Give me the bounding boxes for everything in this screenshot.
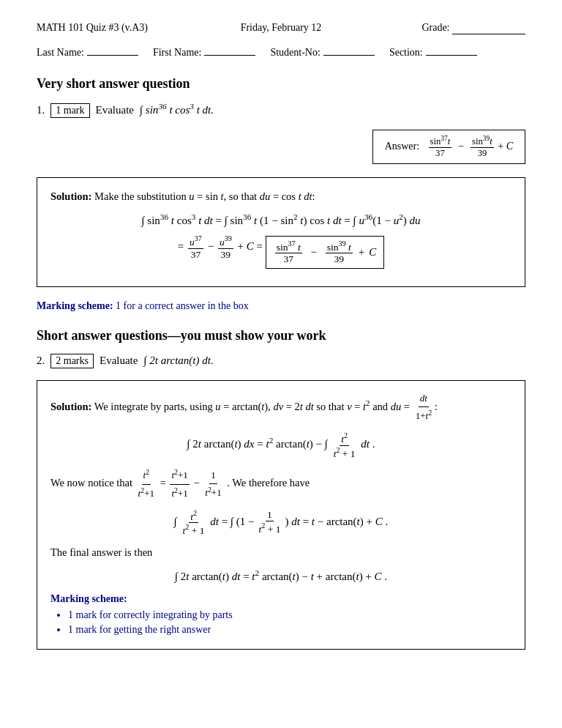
solution-2-eq3: ∫ 2t arctan(t) dt = t2 arctan(t) − t + a… bbox=[50, 568, 512, 583]
last-name-field: Last Name: bbox=[37, 43, 138, 59]
short-answer-title: Short answer questions—you must show you… bbox=[37, 328, 525, 343]
grade-label: Grade: bbox=[362, 22, 525, 34]
quiz-header: MATH 101 Quiz #3 (v.A3) Friday, February… bbox=[37, 22, 525, 34]
course-title: MATH 101 Quiz #3 (v.A3) bbox=[37, 22, 200, 34]
solution-1-title: Solution: bbox=[50, 190, 91, 202]
q2-mark-box: 2 marks bbox=[50, 354, 94, 368]
last-name-blank bbox=[87, 43, 138, 56]
solution-2-eq2: ∫ t2t2 + 1 dt = ∫ (1 − 1t2 + 1 ) dt = t … bbox=[50, 509, 512, 537]
grade-blank bbox=[452, 22, 525, 34]
solution-2-title: Solution: bbox=[50, 401, 91, 412]
student-info-row: Last Name: First Name: Student-No: Secti… bbox=[37, 43, 525, 59]
section-field: Section: bbox=[389, 43, 477, 59]
q1-number: 1. bbox=[37, 104, 45, 116]
q2-number: 2. bbox=[37, 354, 45, 367]
student-no-blank bbox=[323, 43, 375, 56]
solution-1-eq2: = u3737 − u3939 + C = sin37 t37 − sin39 … bbox=[50, 234, 512, 269]
ms1-text: 1 for a correct answer in the box bbox=[116, 300, 249, 311]
solution-box-2: Solution: We integrate by parts, using u… bbox=[37, 380, 525, 650]
q1-integral: ∫ sin36 t cos3 t dt. bbox=[140, 102, 214, 116]
q2-prompt: Evaluate bbox=[100, 354, 138, 367]
answer-label: Answer: bbox=[385, 141, 419, 152]
solution-2-notice: We now notice that t2t2+1 = t2+1t2+1 − 1… bbox=[50, 467, 512, 501]
q1-mark-box: 1 mark bbox=[50, 103, 89, 118]
solution-2-intro: Solution: We integrate by parts, using u… bbox=[50, 391, 512, 424]
ms2-bullet1: 1 mark for correctly integrating by part… bbox=[68, 609, 512, 621]
first-name-blank bbox=[204, 43, 255, 56]
ms1-title: Marking scheme: bbox=[37, 300, 113, 311]
ms2-bullet2: 1 mark for getting the right answer bbox=[68, 624, 512, 636]
quiz-date: Friday, February 12 bbox=[200, 22, 363, 34]
student-no-field: Student-No: bbox=[270, 43, 374, 59]
marking-scheme-1: Marking scheme: 1 for a correct answer i… bbox=[37, 300, 525, 312]
section-blank bbox=[426, 43, 477, 56]
ms2-title: Marking scheme: bbox=[50, 593, 512, 605]
answer-value: sin37t37 − sin39t39 + C bbox=[427, 141, 513, 152]
solution-2-final-label: The final answer is then bbox=[50, 544, 512, 561]
marking-scheme-2: Marking scheme: 1 mark for correctly int… bbox=[50, 593, 512, 636]
solution-1-text: Solution: Make the substitution u = sin … bbox=[50, 188, 512, 205]
very-short-title: Very short answer question bbox=[37, 76, 525, 92]
solution-1-eq1: ∫ sin36 t cos3 t dt = ∫ sin36 t (1 − sin… bbox=[50, 212, 512, 227]
first-name-field: First Name: bbox=[153, 43, 256, 59]
answer-box-q1: Answer: sin37t37 − sin39t39 + C bbox=[37, 130, 525, 164]
q1-prompt: Evaluate bbox=[96, 104, 134, 116]
answer-inner-q1: Answer: sin37t37 − sin39t39 + C bbox=[372, 130, 525, 164]
solution-2-eq1: ∫ 2t arctan(t) dx = t2 arctan(t) − ∫ t2t… bbox=[50, 431, 512, 459]
question-2-row: 2. 2 marks Evaluate ∫ 2t arctan(t) dt. bbox=[37, 354, 525, 368]
solution-box-1: Solution: Make the substitution u = sin … bbox=[37, 177, 525, 287]
question-1-row: 1. 1 mark Evaluate ∫ sin36 t cos3 t dt. bbox=[37, 102, 525, 118]
ms2-list: 1 mark for correctly integrating by part… bbox=[68, 609, 512, 636]
q2-integral: ∫ 2t arctan(t) dt. bbox=[143, 354, 213, 367]
